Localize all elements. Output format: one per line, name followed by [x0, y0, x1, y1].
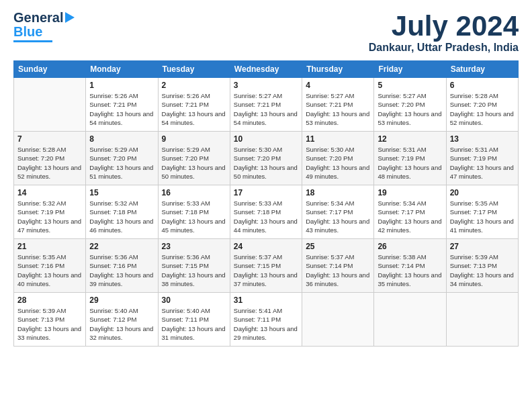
day-number: 21	[17, 242, 82, 251]
day-cell	[14, 78, 86, 132]
day-info: Sunrise: 5:35 AMSunset: 7:17 PMDaylight:…	[450, 199, 515, 234]
day-number: 28	[17, 295, 82, 305]
day-info: Sunrise: 5:37 AMSunset: 7:15 PMDaylight:…	[234, 253, 298, 288]
day-cell	[302, 293, 374, 347]
day-number: 1	[89, 81, 154, 90]
day-info: Sunrise: 5:34 AMSunset: 7:17 PMDaylight:…	[306, 199, 370, 234]
day-cell: 17 Sunrise: 5:33 AMSunset: 7:18 PMDaylig…	[230, 185, 302, 239]
day-cell: 25 Sunrise: 5:37 AMSunset: 7:14 PMDaylig…	[302, 239, 374, 293]
day-cell: 12 Sunrise: 5:31 AMSunset: 7:19 PMDaylig…	[374, 132, 446, 185]
day-number: 31	[234, 295, 298, 305]
day-cell	[446, 293, 518, 347]
day-cell: 6 Sunrise: 5:28 AMSunset: 7:20 PMDayligh…	[446, 78, 518, 132]
day-cell: 16 Sunrise: 5:33 AMSunset: 7:18 PMDaylig…	[158, 185, 230, 239]
day-info: Sunrise: 5:36 AMSunset: 7:15 PMDaylight:…	[162, 253, 226, 288]
location-title: Dankaur, Uttar Pradesh, India	[369, 42, 519, 54]
day-number: 11	[306, 134, 370, 144]
day-number: 30	[162, 295, 226, 305]
day-cell: 2 Sunrise: 5:26 AMSunset: 7:21 PMDayligh…	[158, 78, 230, 132]
day-number: 3	[234, 81, 298, 90]
day-info: Sunrise: 5:28 AMSunset: 7:20 PMDaylight:…	[450, 91, 515, 127]
day-cell: 8 Sunrise: 5:29 AMSunset: 7:20 PMDayligh…	[86, 132, 158, 185]
day-number: 2	[162, 81, 226, 90]
day-cell: 26 Sunrise: 5:38 AMSunset: 7:14 PMDaylig…	[374, 239, 446, 293]
day-cell: 10 Sunrise: 5:30 AMSunset: 7:20 PMDaylig…	[230, 132, 302, 185]
day-info: Sunrise: 5:26 AMSunset: 7:21 PMDaylight:…	[89, 91, 154, 127]
day-cell: 28 Sunrise: 5:39 AMSunset: 7:13 PMDaylig…	[14, 293, 86, 347]
day-cell: 3 Sunrise: 5:27 AMSunset: 7:21 PMDayligh…	[230, 78, 302, 132]
logo-underline	[13, 40, 52, 42]
logo-arrow-icon	[65, 12, 75, 23]
day-info: Sunrise: 5:29 AMSunset: 7:20 PMDaylight:…	[162, 145, 226, 181]
page: General Blue July 2024 Dankaur, Uttar Pr…	[0, 0, 532, 353]
day-info: Sunrise: 5:27 AMSunset: 7:21 PMDaylight:…	[234, 91, 298, 127]
day-info: Sunrise: 5:31 AMSunset: 7:19 PMDaylight:…	[378, 145, 442, 181]
day-info: Sunrise: 5:27 AMSunset: 7:21 PMDaylight:…	[306, 91, 370, 127]
day-info: Sunrise: 5:30 AMSunset: 7:20 PMDaylight:…	[234, 145, 298, 181]
header-friday: Friday	[374, 61, 446, 78]
day-cell: 19 Sunrise: 5:34 AMSunset: 7:17 PMDaylig…	[374, 185, 446, 239]
day-number: 4	[306, 81, 370, 90]
day-number: 17	[234, 188, 298, 197]
week-row-5: 28 Sunrise: 5:39 AMSunset: 7:13 PMDaylig…	[14, 293, 519, 347]
header-tuesday: Tuesday	[158, 61, 230, 78]
day-info: Sunrise: 5:32 AMSunset: 7:18 PMDaylight:…	[89, 199, 154, 234]
logo: General Blue	[13, 11, 75, 42]
week-row-3: 14 Sunrise: 5:32 AMSunset: 7:19 PMDaylig…	[14, 185, 519, 239]
day-number: 26	[378, 242, 442, 251]
day-number: 9	[162, 134, 226, 144]
day-number: 18	[306, 188, 370, 197]
day-cell	[374, 293, 446, 347]
week-row-2: 7 Sunrise: 5:28 AMSunset: 7:20 PMDayligh…	[14, 132, 519, 185]
day-cell: 9 Sunrise: 5:29 AMSunset: 7:20 PMDayligh…	[158, 132, 230, 185]
header-wednesday: Wednesday	[230, 61, 302, 78]
week-row-4: 21 Sunrise: 5:35 AMSunset: 7:16 PMDaylig…	[14, 239, 519, 293]
day-info: Sunrise: 5:35 AMSunset: 7:16 PMDaylight:…	[17, 253, 82, 288]
day-number: 12	[378, 134, 442, 144]
day-number: 7	[17, 134, 82, 144]
day-number: 16	[162, 188, 226, 197]
day-info: Sunrise: 5:39 AMSunset: 7:13 PMDaylight:…	[17, 306, 82, 342]
day-cell: 20 Sunrise: 5:35 AMSunset: 7:17 PMDaylig…	[446, 185, 518, 239]
day-info: Sunrise: 5:38 AMSunset: 7:14 PMDaylight:…	[378, 253, 442, 288]
day-cell: 7 Sunrise: 5:28 AMSunset: 7:20 PMDayligh…	[14, 132, 86, 185]
day-cell: 29 Sunrise: 5:40 AMSunset: 7:12 PMDaylig…	[86, 293, 158, 347]
day-number: 27	[450, 242, 515, 251]
day-info: Sunrise: 5:27 AMSunset: 7:20 PMDaylight:…	[378, 91, 442, 127]
day-number: 10	[234, 134, 298, 144]
day-info: Sunrise: 5:32 AMSunset: 7:19 PMDaylight:…	[17, 199, 82, 234]
day-number: 19	[378, 188, 442, 197]
day-cell: 13 Sunrise: 5:31 AMSunset: 7:19 PMDaylig…	[446, 132, 518, 185]
day-number: 22	[89, 242, 154, 251]
header: General Blue July 2024 Dankaur, Uttar Pr…	[13, 11, 519, 54]
day-number: 25	[306, 242, 370, 251]
day-number: 14	[17, 188, 82, 197]
day-info: Sunrise: 5:34 AMSunset: 7:17 PMDaylight:…	[378, 199, 442, 234]
day-cell: 14 Sunrise: 5:32 AMSunset: 7:19 PMDaylig…	[14, 185, 86, 239]
day-number: 13	[450, 134, 515, 144]
day-info: Sunrise: 5:36 AMSunset: 7:16 PMDaylight:…	[89, 253, 154, 288]
day-number: 8	[89, 134, 154, 144]
day-info: Sunrise: 5:41 AMSunset: 7:11 PMDaylight:…	[234, 306, 298, 342]
day-info: Sunrise: 5:31 AMSunset: 7:19 PMDaylight:…	[450, 145, 515, 181]
day-info: Sunrise: 5:39 AMSunset: 7:13 PMDaylight:…	[450, 253, 515, 288]
day-info: Sunrise: 5:40 AMSunset: 7:11 PMDaylight:…	[162, 306, 226, 342]
day-number: 6	[450, 81, 515, 90]
day-info: Sunrise: 5:33 AMSunset: 7:18 PMDaylight:…	[234, 199, 298, 234]
day-info: Sunrise: 5:29 AMSunset: 7:20 PMDaylight:…	[89, 145, 154, 181]
day-info: Sunrise: 5:37 AMSunset: 7:14 PMDaylight:…	[306, 253, 370, 288]
day-number: 29	[89, 295, 154, 305]
logo-text: General	[13, 11, 63, 24]
day-number: 15	[89, 188, 154, 197]
header-monday: Monday	[86, 61, 158, 78]
day-cell: 30 Sunrise: 5:40 AMSunset: 7:11 PMDaylig…	[158, 293, 230, 347]
day-number: 5	[378, 81, 442, 90]
day-cell: 1 Sunrise: 5:26 AMSunset: 7:21 PMDayligh…	[86, 78, 158, 132]
day-cell: 5 Sunrise: 5:27 AMSunset: 7:20 PMDayligh…	[374, 78, 446, 132]
month-title: July 2024	[369, 11, 519, 42]
day-info: Sunrise: 5:28 AMSunset: 7:20 PMDaylight:…	[17, 145, 82, 181]
day-cell: 11 Sunrise: 5:30 AMSunset: 7:20 PMDaylig…	[302, 132, 374, 185]
day-cell: 31 Sunrise: 5:41 AMSunset: 7:11 PMDaylig…	[230, 293, 302, 347]
day-number: 24	[234, 242, 298, 251]
day-info: Sunrise: 5:26 AMSunset: 7:21 PMDaylight:…	[162, 91, 226, 127]
